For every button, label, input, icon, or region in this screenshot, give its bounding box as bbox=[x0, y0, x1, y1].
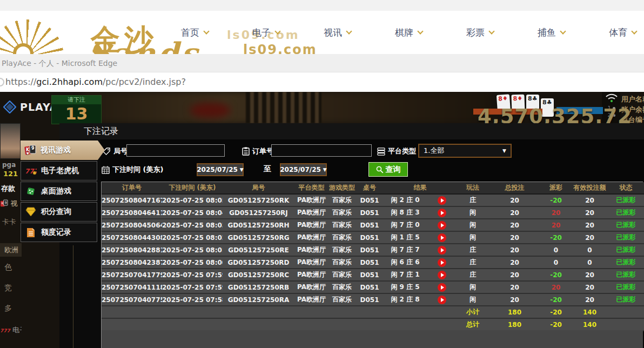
bg-lobby-duo[interactable]: 多 bbox=[4, 304, 12, 313]
replay-video-icon[interactable] bbox=[438, 258, 446, 267]
bg-username: pga bbox=[2, 161, 16, 169]
table-row: 2507250804430882025-07-25 08:02:27GD0512… bbox=[102, 231, 644, 244]
screen: 金沙 ls09.com ls09.com Sands 首页 电子 视讯 棋牌 彩… bbox=[0, 0, 644, 348]
dropdown-caret-icon: ▼ bbox=[502, 148, 506, 153]
column-header: 下注时间 (美东) bbox=[162, 182, 223, 194]
column-header: 平台类型 bbox=[294, 182, 328, 194]
chevron-down-icon bbox=[203, 28, 209, 34]
clipboard-icon bbox=[242, 147, 250, 156]
avatar bbox=[0, 123, 21, 159]
column-header: 派彩 bbox=[540, 182, 572, 194]
platform-icon bbox=[377, 148, 385, 156]
replay-video-icon[interactable] bbox=[438, 233, 446, 242]
username-label: 用户名称: bbox=[621, 94, 644, 104]
table-footer-area bbox=[101, 330, 643, 348]
chevron-down-icon bbox=[631, 28, 637, 34]
svg-text:9: 9 bbox=[31, 146, 35, 151]
menu-item-points[interactable]: 积分查询 bbox=[21, 202, 97, 222]
table-row: 2507250804641172025-07-25 08:04:22GD0512… bbox=[102, 206, 644, 219]
table-row: 2507250804506422025-07-25 08:03:06GD0512… bbox=[102, 219, 644, 231]
countdown-box: 请下注 13 bbox=[51, 95, 102, 124]
nav-item-slots[interactable]: 电子 bbox=[252, 26, 280, 39]
chevron-down-icon bbox=[488, 28, 494, 34]
document-icon bbox=[25, 226, 37, 238]
bg-lobby-jing[interactable]: 竞 bbox=[4, 283, 12, 293]
search-button[interactable]: 查询 bbox=[368, 162, 408, 177]
dice-icon bbox=[25, 185, 37, 197]
table-row: 2507250804716742025-07-25 08:05:06GD0512… bbox=[102, 194, 644, 206]
cards-icon: K9 bbox=[0, 199, 8, 208]
os-top-strip bbox=[0, 0, 644, 11]
blurred-blinds bbox=[246, 92, 321, 123]
sun-logo-icon bbox=[0, 19, 64, 54]
slots-777-icon: 777 bbox=[25, 165, 37, 177]
round-input[interactable] bbox=[126, 144, 225, 157]
modal-content: 局号 订单号 bbox=[100, 139, 644, 348]
menu-item-slots[interactable]: 777 电子老虎机 bbox=[21, 161, 97, 180]
replay-video-icon[interactable] bbox=[438, 283, 446, 292]
url-domain: gci.2hhapi.com bbox=[36, 77, 103, 87]
bg-card-label: 卡卡 bbox=[2, 217, 16, 227]
bg-live-tab[interactable]: K9 视 bbox=[0, 199, 17, 209]
modal-menu: K ♥ 9 视讯游戏 777 电子老 bbox=[21, 140, 106, 243]
replay-video-icon[interactable] bbox=[438, 209, 446, 217]
svg-text:K: K bbox=[2, 202, 4, 205]
order-label: 订单号 bbox=[242, 146, 273, 156]
menu-item-live-games[interactable]: K ♥ 9 视讯游戏 bbox=[21, 140, 105, 160]
main-nav: 首页 电子 视讯 棋牌 彩票 捕鱼 体育 bbox=[181, 11, 636, 54]
dropdown-caret-icon: ▼ bbox=[323, 167, 327, 172]
window-title: PlayAce - 个人 - Microsoft Edge bbox=[0, 54, 644, 72]
svg-text:9: 9 bbox=[5, 201, 7, 204]
bg-lobby-se[interactable]: 色 bbox=[4, 263, 12, 272]
countdown-value: 13 bbox=[52, 104, 101, 124]
column-header: 总投注 bbox=[489, 182, 540, 194]
nav-item-home[interactable]: 首页 bbox=[181, 26, 209, 39]
nav-item-sports[interactable]: 体育 bbox=[609, 26, 636, 39]
bet-records-modal: 下注记录 K ♥ 9 视讯游戏 bbox=[59, 123, 644, 348]
date-from-picker[interactable]: 2025/07/25▼ bbox=[197, 163, 244, 176]
column-header: 有效投注额 bbox=[572, 182, 608, 194]
column-header: 订单号 bbox=[102, 182, 162, 194]
column-header: 游戏类型 bbox=[328, 182, 355, 194]
site-header: 金沙 ls09.com ls09.com Sands 首页 电子 视讯 棋牌 彩… bbox=[0, 11, 644, 54]
url-scheme: https:// bbox=[5, 77, 36, 87]
nav-item-cards[interactable]: 棋牌 bbox=[395, 26, 422, 39]
svg-text:♥: ♥ bbox=[26, 151, 29, 155]
bet-time-label: 下注时间 (美东) bbox=[102, 165, 163, 175]
menu-item-table-games[interactable]: 桌面游戏 bbox=[21, 182, 97, 201]
game-stage: PLAYACE 请下注 13 8♦ 8♦ 8♣ 8♣ 4,570,325.72 … bbox=[0, 92, 644, 348]
bg-lobby-dianzi[interactable]: 777 电子 bbox=[0, 325, 22, 335]
platform-select[interactable]: 1.全部 ▼ bbox=[418, 144, 512, 158]
nav-item-fishing[interactable]: 捕鱼 bbox=[538, 26, 565, 39]
replay-video-icon[interactable] bbox=[438, 296, 446, 304]
replay-video-icon[interactable] bbox=[438, 271, 446, 279]
replay-video-icon[interactable] bbox=[438, 246, 446, 255]
address-bar[interactable]: https://gci.2hhapi.com/pc/pcv2/index.jsp… bbox=[0, 72, 644, 92]
records-table: 订单号下注时间 (美东)局号平台类型游戏类型桌号结果玩法总投注派彩有效投注额状态… bbox=[101, 182, 643, 331]
replay-video-icon[interactable] bbox=[438, 196, 446, 205]
column-header: 结果 bbox=[384, 182, 457, 194]
replay-video-icon[interactable] bbox=[438, 221, 446, 230]
table-row: 2507250804238712025-07-25 08:00:33GD0512… bbox=[102, 256, 644, 269]
bg-lobby-europe[interactable]: 欧洲 bbox=[0, 243, 22, 257]
blurred-red-marker bbox=[190, 103, 230, 118]
table-row: 2507250804288182025-07-25 08:01:05GD0512… bbox=[102, 244, 644, 256]
dropdown-caret-icon: ▼ bbox=[240, 167, 244, 172]
url-path: /pc/pcv2/index.jsp? bbox=[103, 77, 186, 87]
nav-item-live[interactable]: 视讯 bbox=[324, 26, 351, 39]
gem-icon bbox=[25, 206, 37, 218]
column-header: 状态 bbox=[608, 182, 644, 194]
column-header: 局号 bbox=[223, 182, 294, 194]
cards-icon: K ♥ 9 bbox=[24, 144, 36, 156]
nav-item-lottery[interactable]: 彩票 bbox=[466, 26, 494, 39]
modal-title: 下注记录 bbox=[59, 123, 644, 139]
bg-balance: 121 bbox=[3, 170, 18, 178]
bg-deposit-link[interactable]: 存款 bbox=[1, 184, 15, 193]
playace-diamond-icon bbox=[3, 101, 16, 113]
column-header: 玩法 bbox=[457, 182, 489, 194]
menu-item-quota[interactable]: 额度记录 bbox=[21, 223, 97, 242]
table-header-row: 订单号下注时间 (美东)局号平台类型游戏类型桌号结果玩法总投注派彩有效投注额状态 bbox=[102, 182, 644, 194]
slots-777-icon: 777 bbox=[0, 328, 10, 333]
order-input[interactable] bbox=[271, 144, 372, 157]
date-to-picker[interactable]: 2025/07/25▼ bbox=[280, 163, 327, 176]
